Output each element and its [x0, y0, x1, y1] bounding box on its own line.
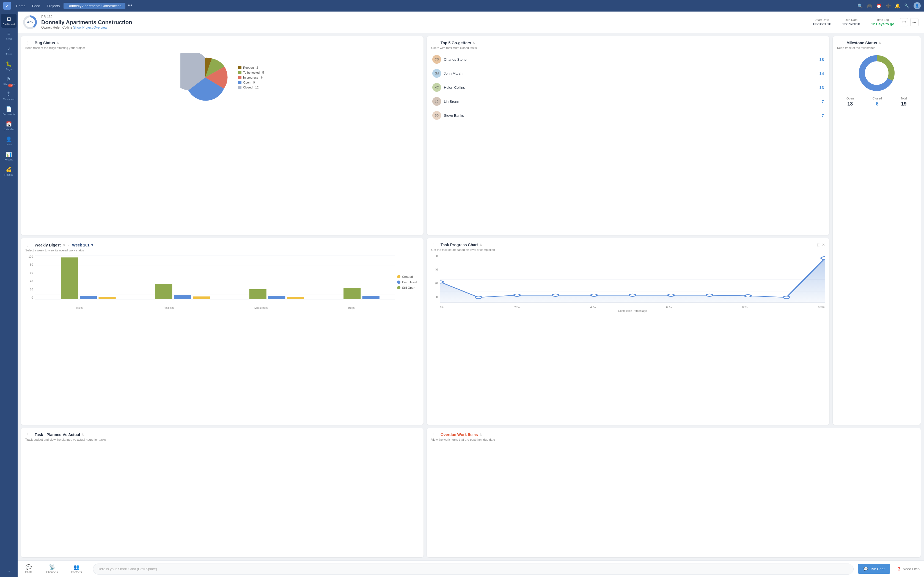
- sidebar-item-timesheet[interactable]: ⏱ Timesheet: [1, 89, 16, 103]
- go-getter-john: JM John Marsh 14: [431, 67, 825, 80]
- sidebar-item-documents[interactable]: 📄 Documents: [1, 104, 16, 118]
- games-icon[interactable]: 🎮: [867, 3, 872, 8]
- name-steve: Steve Banks: [444, 113, 819, 118]
- svg-rect-17: [268, 296, 285, 299]
- milestone-title: Milestone Status: [846, 41, 877, 45]
- drag-handle-overdue[interactable]: ⋮⋮: [431, 432, 439, 437]
- task-refresh[interactable]: ↻: [480, 243, 482, 247]
- search-icon[interactable]: 🔍: [858, 3, 863, 8]
- avatar-charles: CS: [432, 55, 441, 64]
- help-icon: ❓: [897, 567, 901, 571]
- open-label: Open: [846, 97, 854, 100]
- task-area-chart: [440, 255, 825, 304]
- sidebar-item-bugs[interactable]: 🐛 Bugs: [1, 59, 16, 73]
- milestone-subtitle: Keep track of the milestones: [837, 46, 916, 50]
- user-avatar[interactable]: 👤: [914, 2, 921, 9]
- y-40: 40: [30, 280, 33, 283]
- drag-handle-gogetters[interactable]: ⋮⋮: [431, 41, 439, 45]
- planned-refresh[interactable]: ↻: [82, 433, 84, 437]
- task-x-axis: 0% 20% 40% 60% 80% 100%: [440, 306, 825, 309]
- milestone-refresh[interactable]: ↻: [879, 41, 881, 45]
- overdue-refresh[interactable]: ↻: [480, 433, 482, 437]
- drag-handle-milestone[interactable]: ⋮⋮: [837, 41, 845, 45]
- legend-reopen: Reopen - 2: [238, 66, 264, 69]
- bottom-bar: 💬 Chats 📡 Channels 👥 Contacts Here is yo…: [18, 561, 924, 577]
- expand-icon[interactable]: ⬚: [817, 243, 820, 247]
- legend-dot-tested: [238, 71, 241, 74]
- svg-rect-11: [80, 296, 97, 299]
- task-y-0: 0: [436, 296, 438, 299]
- nav-more[interactable]: •••: [128, 3, 132, 9]
- bug-chart-area: Reopen - 2 To be tested - 5 In progress …: [25, 53, 419, 102]
- sidebar-item-dashboard[interactable]: ⊞ Dashboard: [1, 14, 16, 28]
- sidebar-item-feed[interactable]: ≡ Feed: [1, 29, 16, 43]
- week-selector[interactable]: Week 101 ▼: [72, 243, 94, 247]
- sidebar-item-timesheet-wrap: ⏱ Timesheet 18: [1, 89, 16, 103]
- smart-chat-input[interactable]: Here is your Smart Chat (Ctrl+Space): [93, 564, 854, 575]
- avatar-lin: LB: [432, 97, 441, 106]
- add-icon[interactable]: ➕: [885, 3, 891, 8]
- y-80: 80: [30, 263, 33, 266]
- time-lag: Time Lag 12 Days to go: [871, 18, 894, 26]
- sidebar-item-tasks[interactable]: ✓ Tasks: [1, 44, 16, 58]
- bottom-tab-contacts[interactable]: 👥 Contacts: [65, 562, 88, 575]
- card-actions: ⬚ ✕: [817, 243, 825, 247]
- legend-in-progress: In progress - 6: [238, 76, 264, 79]
- app-logo[interactable]: ✓: [3, 2, 11, 10]
- sidebar-item-users[interactable]: 👤 Users: [1, 134, 16, 148]
- overdue-work-items-card: ⋮⋮ Overdue Work Items ↻ View the work it…: [427, 428, 921, 557]
- drag-handle-digest[interactable]: ⋮⋮: [25, 243, 33, 247]
- drag-handle[interactable]: ⋮⋮: [25, 41, 33, 45]
- live-chat-button[interactable]: 💬 Live Chat: [858, 564, 890, 574]
- digest-refresh[interactable]: ↻: [62, 243, 65, 247]
- go-getters-refresh[interactable]: ↻: [473, 41, 475, 45]
- nav-feed[interactable]: Feed: [29, 3, 43, 9]
- bug-refresh-icon[interactable]: ↻: [57, 41, 60, 45]
- bug-status-subtitle: Keep track of the Bugs affecting your pr…: [25, 46, 419, 50]
- tools-icon[interactable]: 🔧: [904, 3, 910, 8]
- bug-status-card: ⋮⋮ Bug Status ↻ Keep track of the Bugs a…: [21, 36, 423, 235]
- header-share-button[interactable]: ⬚: [900, 18, 908, 26]
- need-help-button[interactable]: ❓ Need Help: [892, 564, 924, 574]
- bottom-tab-channels[interactable]: 📡 Channels: [40, 562, 65, 575]
- timesheet-icon: ⏱: [6, 91, 11, 97]
- start-date-label: Start Date: [813, 18, 831, 21]
- sidebar-item-reports[interactable]: 📊 Reports: [1, 149, 16, 163]
- bug-legend: Reopen - 2 To be tested - 5 In progress …: [238, 66, 264, 89]
- overdue-subtitle: View the work items that are past their …: [431, 438, 916, 441]
- nav-home[interactable]: Home: [13, 3, 28, 9]
- svg-point-32: [630, 294, 635, 297]
- drag-handle-planned[interactable]: ⋮⋮: [25, 432, 33, 437]
- legend-open: Open - 9: [238, 81, 264, 84]
- digest-legend-completed: Completed: [397, 280, 419, 284]
- week-arrow-icon: ▼: [91, 243, 94, 247]
- weekly-digest-title: Weekly Digest: [35, 243, 61, 247]
- live-chat-icon: 💬: [864, 567, 868, 571]
- drag-handle-progress[interactable]: ⋮⋮: [431, 243, 439, 247]
- sidebar-item-finance[interactable]: 💰 Finance: [1, 164, 16, 178]
- close-icon[interactable]: ✕: [822, 243, 825, 247]
- go-getter-helen: HC Helen Collins 13: [431, 81, 825, 94]
- legend-dot-closed: [238, 86, 241, 89]
- progress-text: 40%: [25, 17, 35, 27]
- bell-icon[interactable]: 🔔: [895, 3, 900, 8]
- nav-active-project[interactable]: Donnelly Apartments Construction: [63, 3, 125, 9]
- nav-projects[interactable]: Projects: [44, 3, 62, 9]
- digest-legend-stillopen: Still Open: [397, 286, 419, 289]
- timer-icon[interactable]: ⏰: [876, 3, 882, 8]
- sidebar-item-more[interactable]: •••: [1, 568, 16, 575]
- go-getters-subtitle: Users with maximum closed tasks: [431, 46, 825, 50]
- sidebar-label-dashboard: Dashboard: [3, 23, 15, 26]
- x-bugs: Bugs: [348, 306, 354, 309]
- bottom-tab-chats[interactable]: 💬 Chats: [18, 562, 40, 575]
- due-date-label: Due Date: [842, 18, 860, 21]
- svg-point-28: [475, 296, 481, 298]
- digest-separator: -: [68, 243, 69, 248]
- sidebar-item-calendar[interactable]: 📅 Calendar: [1, 119, 16, 133]
- header-more-button[interactable]: •••: [910, 18, 919, 26]
- svg-rect-12: [99, 297, 115, 299]
- bug-status-header: ⋮⋮ Bug Status ↻: [25, 41, 419, 45]
- y-0: 0: [31, 296, 33, 299]
- y-axis: 100 80 60 40 20 0: [25, 255, 33, 305]
- overview-link[interactable]: Show Project Overview: [73, 26, 107, 29]
